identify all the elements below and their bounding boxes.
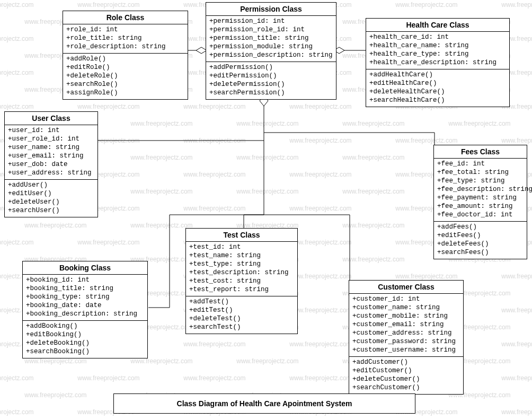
class-member-row: +test_description: string	[189, 268, 294, 277]
class-member-row: +fee_amount: string	[437, 202, 524, 211]
class-member-row: +searchTest()	[189, 323, 294, 331]
class-member-row: +editTest()	[189, 306, 294, 314]
class-member-row: +booking_id: int	[26, 276, 144, 284]
class-member-row: +addCustomer()	[352, 358, 460, 366]
class-user: User Class +user_id: int+user_role_id: i…	[4, 111, 98, 217]
class-member-row: +permission_description: string	[209, 51, 333, 59]
watermark-text: www.freeprojectz.com	[289, 374, 351, 382]
class-fees: Fees Class +fee_id: int+fee_total: strin…	[433, 145, 527, 259]
class-member-row: +role_id: int	[66, 25, 184, 34]
watermark-text: www.freeprojectz.com	[130, 222, 192, 229]
class-member-row: +booking_title: string	[26, 284, 144, 293]
watermark-text: www.freeprojectz.com	[342, 256, 404, 263]
watermark-text: www.freeprojectz.com	[236, 154, 298, 161]
class-booking: Booking Class +booking_id: int+booking_t…	[22, 261, 148, 358]
class-member-row: +test_cost: string	[189, 277, 294, 285]
class-title: Fees Class	[434, 145, 527, 159]
class-member-row: +customer_address: string	[352, 329, 460, 337]
class-member-row: +searchUser()	[8, 206, 94, 215]
class-member-row: +permission_id: int	[209, 17, 333, 25]
class-member-row: +fee_id: int	[437, 160, 524, 168]
class-member-row: +addFees()	[437, 223, 524, 231]
class-operations: +addTest()+editTest()+deleteTest()+searc…	[186, 296, 297, 334]
watermark-text: www.freeprojectz.com	[130, 357, 192, 365]
watermark-text: www.freeprojectz.com	[130, 188, 192, 195]
class-member-row: +editBooking()	[26, 330, 144, 339]
class-attributes: +booking_id: int+booking_title: string+b…	[23, 275, 147, 321]
svg-marker-2	[196, 47, 207, 54]
class-member-row: +searchPermission()	[209, 89, 333, 97]
watermark-text: www.freeprojectz.com	[77, 1, 139, 8]
class-member-row: +customer_password: string	[352, 337, 460, 346]
watermark-text: www.freeprojectz.com	[395, 1, 457, 8]
watermark-text: www.freeprojectz.com	[289, 307, 351, 314]
class-operations: +addFees()+editFees()+deleteFees()+searc…	[434, 222, 527, 259]
class-title: Role Class	[63, 11, 188, 24]
watermark-text: www.freeprojectz.com	[289, 171, 351, 178]
class-member-row: +customer_id: int	[352, 295, 460, 303]
class-member-row: +role_title: string	[66, 34, 184, 42]
watermark-text: www.freeprojectz.com	[0, 1, 34, 8]
watermark-text: www.freeprojectz.com	[501, 1, 532, 8]
class-member-row: +permission_module: string	[209, 42, 333, 51]
class-member-row: +customer_name: string	[352, 303, 460, 312]
caption-text: Class Diagram of Health Care Apointment …	[177, 399, 352, 408]
watermark-text: www.freeprojectz.com	[130, 120, 192, 127]
class-member-row: +customer_username: string	[352, 346, 460, 354]
class-member-row: +test_report: string	[189, 285, 294, 294]
class-member-row: +user_email: string	[8, 152, 94, 160]
class-role: Role Class +role_id: int+role_title: str…	[63, 11, 188, 100]
class-member-row: +editPermission()	[209, 72, 333, 80]
watermark-text: www.freeprojectz.com	[501, 340, 532, 348]
watermark-text: www.freeprojectz.com	[0, 103, 34, 110]
class-member-row: +addPermission()	[209, 63, 333, 72]
watermark-text: www.freeprojectz.com	[0, 408, 34, 416]
class-operations: +addBooking()+editBooking()+deleteBookin…	[23, 321, 147, 358]
watermark-text: www.freeprojectz.com	[236, 120, 298, 127]
watermark-text: www.freeprojectz.com	[236, 188, 298, 195]
watermark-text: www.freeprojectz.com	[77, 374, 139, 382]
class-member-row: +test_name: string	[189, 251, 294, 260]
watermark-text: www.freeprojectz.com	[395, 137, 457, 144]
class-member-row: +searchCustomer()	[352, 383, 460, 392]
watermark-text: www.freeprojectz.com	[448, 120, 510, 127]
class-member-row: +editHealthCare()	[369, 79, 506, 88]
class-attributes: +customer_id: int+customer_name: string+…	[349, 294, 463, 357]
watermark-text: www.freeprojectz.com	[342, 120, 404, 127]
class-member-row: +booking_type: string	[26, 293, 144, 301]
watermark-text: www.freeprojectz.com	[183, 374, 245, 382]
class-member-row: +addRole()	[66, 55, 184, 63]
class-member-row: +permission_title: string	[209, 34, 333, 42]
class-member-row: +deletePermission()	[209, 80, 333, 89]
watermark-text: www.freeprojectz.com	[183, 205, 245, 212]
class-title: User Class	[5, 112, 97, 125]
class-member-row: +deleteFees()	[437, 240, 524, 248]
class-member-row: +deleteTest()	[189, 314, 294, 323]
class-operations: +addRole()+editRole()+deleteRole()+searc…	[63, 54, 188, 99]
class-member-row: +searchRole()	[66, 80, 184, 89]
class-member-row: +fee_total: string	[437, 168, 524, 177]
class-member-row: +fee_type: string	[437, 177, 524, 185]
diagram-caption: Class Diagram of Health Care Apointment …	[113, 393, 415, 414]
class-member-row: +health_care_description: string	[369, 58, 506, 67]
class-member-row: +editRole()	[66, 63, 184, 72]
class-member-row: +permission_role_id: int	[209, 25, 333, 34]
class-member-row: +addHealthCare()	[369, 71, 506, 79]
class-member-row: +searchHealthCare()	[369, 96, 506, 104]
class-title: Test Class	[186, 229, 297, 242]
class-member-row: +assignRole()	[66, 89, 184, 97]
watermark-text: www.freeprojectz.com	[289, 205, 351, 212]
watermark-text: www.freeprojectz.com	[342, 188, 404, 195]
class-member-row: +fee_doctor_id: int	[437, 211, 524, 219]
watermark-text: www.freeprojectz.com	[289, 239, 351, 246]
watermark-text: www.freeprojectz.com	[342, 222, 404, 229]
watermark-text: www.freeprojectz.com	[236, 357, 298, 365]
class-member-row: +customer_email: string	[352, 320, 460, 329]
class-operations: +addUser()+editUser()+deleteUser()+searc…	[5, 180, 97, 217]
class-member-row: +editCustomer()	[352, 366, 460, 375]
watermark-text: www.freeprojectz.com	[77, 103, 139, 110]
class-attributes: +health_care_id: int+health_care_name: s…	[366, 32, 509, 69]
class-member-row: +addTest()	[189, 298, 294, 306]
class-member-row: +health_care_name: string	[369, 41, 506, 50]
class-member-row: +fee_description: string	[437, 185, 524, 194]
